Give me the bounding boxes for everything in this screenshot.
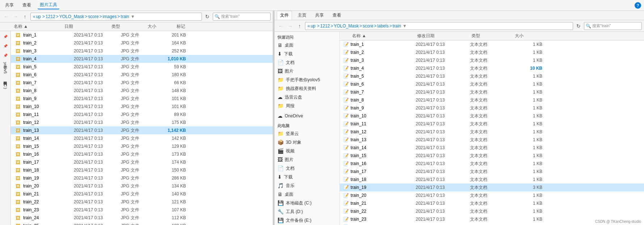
sidebar-item-yolov5[interactable]: 📁手把手教你yolov5 [275, 75, 339, 84]
col-name-right[interactable]: 名称 ▲ [351, 33, 416, 39]
sidebar-item-xunlei[interactable]: ☁迅雷云盘 [275, 93, 339, 101]
col-date-left[interactable]: 日期 [63, 23, 110, 30]
sidebar-item-video[interactable]: 🎬视频 [275, 147, 339, 155]
right-file-row[interactable]: 📝 train_6 2021/4/17 0:13 文本文档 1 KB [340, 80, 644, 88]
sidebar-item-weekly[interactable]: 📁周报 [275, 101, 339, 110]
left-file-row[interactable]: 🖼 train_10 2021/4/17 0:13 JPG 文件 101 KB [11, 103, 273, 111]
right-file-row[interactable]: 📝 train_10 2021/4/17 0:13 文本文档 1 KB [340, 112, 644, 120]
left-file-row[interactable]: 🖼 train_21 2021/4/17 0:13 JPG 文件 140 KB [11, 190, 273, 198]
right-search-box[interactable]: 🔍 [584, 22, 642, 30]
path-yolomask-r[interactable]: YOLO_Mask [334, 23, 359, 29]
right-file-row[interactable]: 📝 train_9 2021/4/17 0:13 文本文档 1 KB [340, 104, 644, 112]
path-score[interactable]: score [88, 14, 99, 19]
col-tag-left[interactable]: 标记 [175, 23, 204, 30]
sidebar-item-pic[interactable]: 🖼图片 [275, 155, 339, 164]
right-file-row[interactable]: 📝 train_21 2021/4/17 0:13 文本文档 1 KB [340, 199, 644, 207]
right-file-row[interactable]: 📝 train_2 2021/4/17 0:13 文本文档 1 KB [340, 48, 644, 56]
right-file-row[interactable]: 📝 train_18 2021/4/17 0:13 文本文档 1 KB [340, 176, 644, 183]
left-file-row[interactable]: 🖼 train_23 2021/4/17 0:13 JPG 文件 107 KB [11, 206, 273, 214]
right-file-row[interactable]: 📝 train_7 2021/4/17 0:13 文本文档 1 KB [340, 88, 644, 96]
right-file-row[interactable]: 📝 train_17 2021/4/17 0:13 文本文档 1 KB [340, 168, 644, 176]
sidebar-item-download[interactable]: ⬇下载 [275, 49, 339, 58]
right-file-row[interactable]: 📝 train_16 2021/4/17 0:13 文本文档 1 KB [340, 160, 644, 168]
path-images[interactable]: images [103, 14, 117, 19]
path-up-r[interactable]: « [308, 23, 310, 29]
pin-btn[interactable]: 📌 [1, 33, 9, 40]
sidebar-item-e[interactable]: 💾文件备份 (E:) [275, 216, 339, 225]
sidebar-item-dl2[interactable]: ⬇下载 [275, 173, 339, 181]
left-file-row[interactable]: 🖼 train_18 2021/4/17 0:13 JPG 文件 150 KB [11, 166, 273, 174]
nav-text-yolov5[interactable]: 你yolov5 [2, 61, 9, 75]
forward-button-left[interactable]: → [12, 13, 20, 21]
back-button-right[interactable]: ← [277, 22, 285, 30]
right-file-row[interactable]: 📝 train_3 2021/4/17 0:13 文本文档 1 KB [340, 56, 644, 64]
right-path-bar[interactable]: « up > 1212 > YOLO_Mask > score > labels… [305, 22, 573, 30]
tab-view-left[interactable]: 查看 [20, 1, 33, 9]
left-file-row[interactable]: 🖼 train_2 2021/4/17 0:13 JPG 文件 164 KB [11, 39, 273, 47]
nav-text-c[interactable]: (C:) [3, 81, 8, 90]
up-button-left[interactable]: ↑ [21, 13, 29, 21]
col-type-right[interactable]: 类型 [470, 33, 513, 39]
col-type-left[interactable]: 类型 [110, 23, 146, 30]
forward-button-right[interactable]: → [286, 22, 294, 30]
right-file-row[interactable]: 📝 train_11 2021/4/17 0:13 文本文档 1 KB [340, 120, 644, 128]
col-size-left[interactable]: 大小 [146, 23, 175, 30]
left-file-row[interactable]: 🖼 train_15 2021/4/17 0:13 JPG 文件 129 KB [11, 142, 273, 150]
right-file-row[interactable]: 📝 train_13 2021/4/17 0:13 文本文档 1 KB [340, 136, 644, 144]
right-file-row[interactable]: 📝 train_12 2021/4/17 0:13 文本文档 1 KB [340, 128, 644, 136]
sidebar-item-c[interactable]: 💾本地磁盘 (C:) [275, 199, 339, 207]
left-file-row[interactable]: 🖼 train_4 2021/4/17 0:13 JPG 文件 1,010 KB [11, 55, 273, 63]
path-1212-r[interactable]: 1212 [320, 23, 330, 29]
sidebar-item-d[interactable]: 🔧工具 (D:) [275, 207, 339, 216]
sidebar-item-challenge[interactable]: 📁挑战赛相关资料 [275, 84, 339, 93]
left-file-row[interactable]: 🖼 train_7 2021/4/17 0:13 JPG 文件 66 KB [11, 79, 273, 87]
tab-image-tools[interactable]: 图片工具 [38, 1, 59, 9]
right-file-row[interactable]: 📝 train_20 2021/4/17 0:13 文本文档 1 KB [340, 191, 644, 199]
left-file-row[interactable]: 🖼 train_22 2021/4/17 0:13 JPG 文件 121 KB [11, 198, 273, 206]
pin-btn3[interactable]: 📌 [1, 51, 9, 59]
path-train-r[interactable]: train [393, 23, 401, 29]
right-file-row[interactable]: 📝 train_15 2021/4/17 0:13 文本文档 1 KB [340, 152, 644, 160]
up-button-right[interactable]: ↑ [296, 22, 304, 30]
tab-view-right[interactable]: 查看 [330, 11, 344, 20]
left-search-box[interactable]: 🔍 [213, 13, 271, 21]
left-file-row[interactable]: 🖼 train_20 2021/4/17 0:13 JPG 文件 134 KB [11, 182, 273, 190]
right-file-row[interactable]: 📝 train_14 2021/4/17 0:13 文本文档 1 KB [340, 144, 644, 152]
path-score-r[interactable]: score [363, 23, 373, 29]
right-file-row[interactable]: 📝 train_19 2021/4/17 0:13 文本文档 3 KB [340, 183, 644, 191]
sidebar-item-doc2[interactable]: 📄文档 [275, 164, 339, 173]
path-yolomask[interactable]: YOLO_Mask [59, 14, 84, 19]
left-file-row[interactable]: 🖼 train_12 2021/4/17 0:13 JPG 文件 175 KB [11, 118, 273, 126]
path-labels-r[interactable]: labels [377, 23, 389, 29]
path-up[interactable]: « [33, 14, 35, 19]
right-file-row[interactable]: 📝 train_5 2021/4/17 0:13 文本文档 1 KB [340, 72, 644, 80]
left-file-row[interactable]: 🖼 train_24 2021/4/17 0:13 JPG 文件 112 KB [11, 214, 273, 222]
left-file-row[interactable]: 🖼 train_14 2021/4/17 0:13 JPG 文件 142 KB [11, 134, 273, 142]
sidebar-item-jianguo[interactable]: 📁坚果云 [275, 129, 339, 138]
sidebar-item-pictures[interactable]: 🖼图片 [275, 67, 339, 75]
sidebar-item-3d[interactable]: 📦3D 对象 [275, 138, 339, 147]
pin-btn2[interactable]: 📌 [1, 42, 9, 50]
path-1212[interactable]: 1212 [46, 14, 55, 19]
sidebar-item-music[interactable]: 🎵音乐 [275, 181, 339, 190]
left-file-row[interactable]: 🖼 train_11 2021/4/17 0:13 JPG 文件 89 KB [11, 111, 273, 118]
left-file-row[interactable]: 🖼 train_13 2021/4/17 0:13 JPG 文件 1,142 K… [11, 126, 273, 134]
right-file-row[interactable]: 📝 train_4 2021/4/17 0:13 文本文档 10 KB [340, 64, 644, 72]
tab-file-right[interactable]: 文件 [277, 11, 292, 20]
right-file-row[interactable]: 📝 train_8 2021/4/17 0:13 文本文档 1 KB [340, 96, 644, 104]
nav-text-resource[interactable]: 关资料 [2, 77, 9, 79]
col-name-left[interactable]: 名称 ▲ [12, 23, 63, 30]
left-file-row[interactable]: 🖼 train_5 2021/4/17 0:13 JPG 文件 59 KB [11, 63, 273, 71]
path-train[interactable]: train [121, 14, 129, 19]
back-button-left[interactable]: ← [2, 13, 10, 21]
right-search-input[interactable] [592, 24, 640, 28]
left-file-row[interactable]: 🖼 train_16 2021/4/17 0:13 JPG 文件 173 KB [11, 150, 273, 158]
right-file-row[interactable]: 📝 train_1 2021/4/17 0:13 文本文档 1 KB [340, 40, 644, 48]
left-file-row[interactable]: 🖼 train_9 2021/4/17 0:13 JPG 文件 101 KB [11, 95, 273, 103]
sidebar-item-desktop2[interactable]: 🖥桌面 [275, 190, 339, 199]
col-date-right[interactable]: 修改日期 [416, 33, 470, 39]
refresh-button-left[interactable]: ↻ [203, 13, 211, 21]
left-file-row[interactable]: 🖼 train_1 2021/4/17 0:13 JPG 文件 201 KB [11, 31, 273, 39]
left-file-row[interactable]: 🖼 train_17 2021/4/17 0:13 JPG 文件 174 KB [11, 158, 273, 166]
left-file-row[interactable]: 🖼 train_25 2021/4/17 0:13 JPG 文件 100 KB [11, 222, 273, 225]
